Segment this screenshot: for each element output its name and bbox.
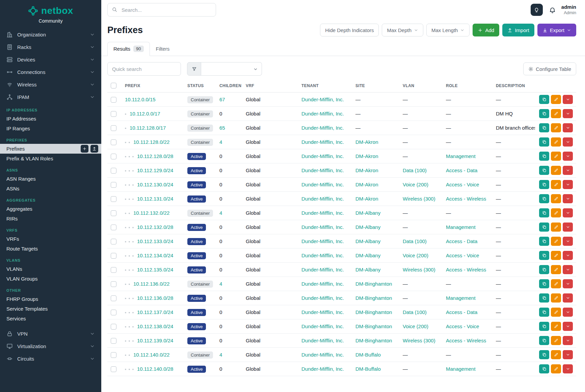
delete-dropdown-button[interactable]	[563, 109, 573, 118]
row-checkbox[interactable]	[111, 182, 116, 188]
site-link[interactable]: DM-Binghamton	[355, 309, 392, 315]
row-checkbox[interactable]	[111, 168, 116, 174]
delete-dropdown-button[interactable]	[563, 279, 573, 288]
delete-dropdown-button[interactable]	[563, 123, 573, 132]
row-checkbox[interactable]	[111, 310, 116, 315]
prefix-link[interactable]: 10.112.0.0/15	[125, 97, 156, 102]
copy-button[interactable]	[539, 336, 549, 345]
site-link[interactable]: DM-Akron	[355, 182, 378, 187]
tenant-link[interactable]: Dunder-Mifflin, Inc.	[301, 267, 344, 272]
edit-button[interactable]	[551, 109, 561, 118]
prefix-link[interactable]: 10.112.131.0/24	[137, 196, 173, 202]
edit-button[interactable]	[551, 293, 561, 303]
tenant-link[interactable]: Dunder-Mifflin, Inc.	[301, 196, 344, 202]
global-search-input[interactable]	[107, 3, 216, 17]
hide-depth-indicators-button[interactable]: Hide Depth Indicators	[320, 24, 379, 36]
column-header-description[interactable]: DESCRIPTION	[493, 80, 535, 93]
row-checkbox[interactable]	[111, 196, 116, 202]
prefix-link[interactable]: 10.112.137.0/24	[137, 309, 173, 315]
role-link[interactable]: Access - Data	[446, 238, 477, 244]
prefix-link[interactable]: 10.112.132.0/22	[133, 210, 169, 216]
vlan-link[interactable]: Wireless (300)	[403, 267, 435, 272]
delete-dropdown-button[interactable]	[563, 308, 573, 317]
delete-dropdown-button[interactable]	[563, 208, 573, 217]
vlan-link[interactable]: Data (100)	[403, 309, 427, 315]
sidebar-item-vpn[interactable]: VPN	[0, 328, 101, 340]
prefix-link[interactable]: 10.112.136.0/22	[133, 281, 169, 287]
role-link[interactable]: Access - Wireless	[446, 338, 486, 343]
row-checkbox[interactable]	[111, 239, 116, 244]
row-checkbox[interactable]	[111, 125, 116, 131]
site-link[interactable]: DM-Albany	[355, 238, 380, 244]
sidebar-item-circuits[interactable]: Circuits	[0, 352, 101, 365]
site-link[interactable]: DM-Albany	[355, 224, 380, 230]
copy-button[interactable]	[539, 194, 549, 203]
prefix-link[interactable]: 10.112.136.0/28	[137, 295, 173, 301]
row-checkbox[interactable]	[111, 139, 116, 145]
tenant-link[interactable]: Dunder-Mifflin, Inc.	[301, 182, 344, 187]
prefix-link[interactable]: 10.112.133.0/24	[137, 238, 173, 244]
tenant-link[interactable]: Dunder-Mifflin, Inc.	[301, 295, 344, 301]
edit-button[interactable]	[551, 152, 561, 161]
tenant-link[interactable]: Dunder-Mifflin, Inc.	[301, 281, 344, 287]
edit-button[interactable]	[551, 208, 561, 217]
copy-button[interactable]	[539, 237, 549, 246]
saved-filter-select[interactable]	[201, 62, 262, 76]
edit-button[interactable]	[551, 336, 561, 345]
site-link[interactable]: DM-Akron	[355, 153, 378, 159]
prefix-link[interactable]: 10.112.139.0/24	[137, 338, 173, 343]
sidebar-item-vlan-groups[interactable]: VLAN Groups	[0, 274, 101, 284]
role-link[interactable]: Management	[446, 224, 476, 230]
row-checkbox[interactable]	[111, 97, 116, 103]
row-checkbox[interactable]	[111, 324, 116, 330]
sidebar-item-wireless[interactable]: Wireless	[0, 78, 101, 91]
role-link[interactable]: Access - Wireless	[446, 196, 486, 202]
sidebar-item-vrfs[interactable]: VRFs	[0, 234, 101, 244]
edit-button[interactable]	[551, 137, 561, 147]
site-link[interactable]: DM-Buffalo	[355, 352, 381, 358]
children-link[interactable]: 4	[219, 139, 222, 145]
edit-button[interactable]	[551, 350, 561, 359]
edit-button[interactable]	[551, 265, 561, 274]
sidebar-item-ip-ranges[interactable]: IP Ranges	[0, 124, 101, 133]
sidebar-item-asn-ranges[interactable]: ASN Ranges	[0, 174, 101, 184]
sidebar-item-prefix-vlan-roles[interactable]: Prefix & VLAN Roles	[0, 154, 101, 163]
copy-button[interactable]	[539, 123, 549, 132]
delete-dropdown-button[interactable]	[563, 223, 573, 232]
sidebar-item-racks[interactable]: Racks	[0, 41, 101, 53]
tenant-link[interactable]: Dunder-Mifflin, Inc.	[301, 125, 344, 131]
quick-import-button[interactable]	[90, 145, 98, 153]
tenant-link[interactable]: Dunder-Mifflin, Inc.	[301, 309, 344, 315]
row-checkbox[interactable]	[111, 225, 116, 230]
vlan-link[interactable]: Voice (200)	[403, 253, 428, 258]
column-header-site[interactable]: SITE	[352, 80, 399, 93]
tenant-link[interactable]: Dunder-Mifflin, Inc.	[301, 352, 344, 358]
delete-dropdown-button[interactable]	[563, 95, 573, 104]
copy-button[interactable]	[539, 166, 549, 175]
delete-dropdown-button[interactable]	[563, 194, 573, 203]
dark-mode-toggle-button[interactable]	[531, 4, 543, 16]
site-link[interactable]: DM-Binghamton	[355, 323, 392, 329]
sidebar-item-asns[interactable]: ASNs	[0, 184, 101, 193]
row-checkbox[interactable]	[111, 338, 116, 344]
site-link[interactable]: DM-Buffalo	[355, 366, 381, 372]
import-button[interactable]: Import	[502, 24, 534, 36]
prefix-link[interactable]: 10.112.129.0/24	[137, 167, 173, 173]
row-checkbox[interactable]	[111, 352, 116, 358]
copy-button[interactable]	[539, 95, 549, 104]
tab-filters[interactable]: Filters	[150, 42, 176, 56]
sidebar-item-ip-addresses[interactable]: IP Addresses	[0, 114, 101, 124]
prefix-link[interactable]: 10.112.128.0/28	[137, 153, 173, 159]
prefix-link[interactable]: 10.112.134.0/24	[137, 253, 173, 258]
row-checkbox[interactable]	[111, 267, 116, 273]
edit-button[interactable]	[551, 251, 561, 260]
filter-button[interactable]	[187, 62, 201, 76]
tenant-link[interactable]: Dunder-Mifflin, Inc.	[301, 338, 344, 343]
sidebar-item-route-targets[interactable]: Route Targets	[0, 244, 101, 254]
vlan-link[interactable]: Data (100)	[403, 238, 427, 244]
tenant-link[interactable]: Dunder-Mifflin, Inc.	[301, 253, 344, 258]
delete-dropdown-button[interactable]	[563, 293, 573, 303]
delete-dropdown-button[interactable]	[563, 322, 573, 331]
add-button[interactable]: Add	[473, 24, 499, 36]
site-link[interactable]: DM-Akron	[355, 167, 378, 173]
